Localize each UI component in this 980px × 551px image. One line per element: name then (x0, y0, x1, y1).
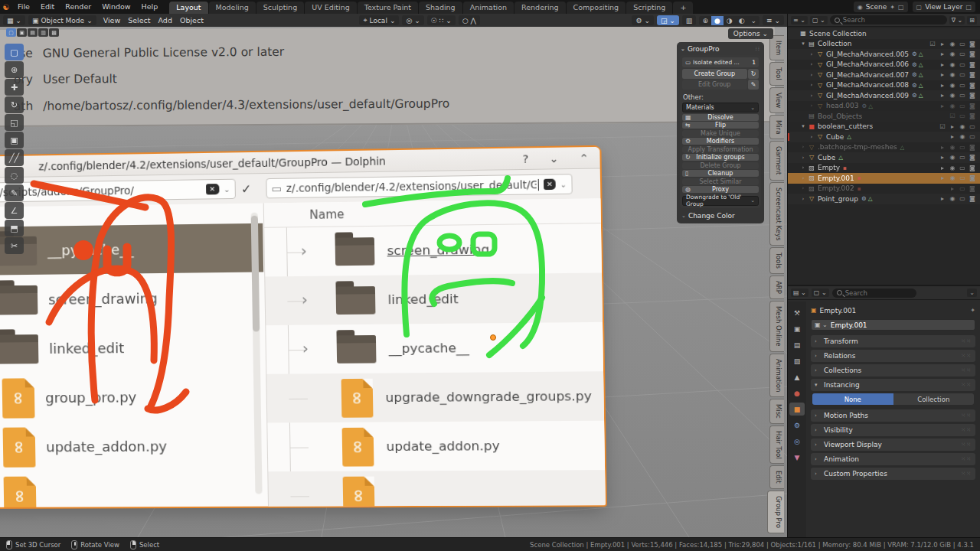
file-row-group_pro.py[interactable]: ∞group_pro.py (0, 372, 266, 422)
expander-icon[interactable]: › (799, 185, 807, 191)
new-view-layer-icon[interactable]: □ (965, 4, 972, 11)
topbar-menu-file[interactable]: File (12, 0, 35, 14)
snap-button[interactable]: ☉ ∷ ⌄ (427, 15, 456, 25)
sidebar-tab-mesh-online[interactable]: Mesh Online (769, 301, 784, 352)
properties-tab-view-layer[interactable]: ▧ (789, 354, 805, 367)
refresh-icon[interactable]: ↻ (748, 69, 759, 79)
viewport-menu-add[interactable]: Add (155, 16, 176, 24)
sidebar-tab-misc[interactable]: Misc (769, 399, 784, 424)
make-unique-button[interactable]: Make Unique (682, 130, 759, 137)
file-row-partial[interactable]: ∞ (268, 470, 605, 507)
maximize-button[interactable]: ⌃ (580, 152, 589, 165)
monitor-toggle-icon[interactable]: ▭ (958, 71, 967, 78)
expander-icon[interactable]: ▾ (799, 41, 807, 47)
outliner-row-boolean-cutters[interactable]: ▾■boolean_cutters☑▸◉▭ (788, 122, 980, 132)
dolphin-right-pane[interactable]: Name ›screen_drawing›linked_edit›__pycac… (263, 198, 606, 506)
modifiers-button[interactable]: ⚙Modifiers (682, 138, 759, 145)
cleanup-button[interactable]: ▯Cleanup (682, 170, 759, 177)
location-dropdown-icon[interactable]: ⌄ (224, 184, 230, 193)
outliner-row-collection[interactable]: ▾▤Collection☑▸◉▭◙ (788, 39, 980, 50)
tool-rotate[interactable]: ↻ (5, 96, 24, 113)
monitor-toggle-icon[interactable]: ▭ (968, 133, 977, 140)
file-row-upgrade_downgrade_groups.py[interactable]: ∞upgrade_downgrade_groups.py (266, 371, 604, 422)
tool-pen[interactable]: ✎ (5, 184, 24, 201)
file-row-update_addon.py[interactable]: ∞update_addon.py (0, 421, 266, 471)
camera-toggle-icon[interactable]: ◙ (968, 112, 977, 119)
eye-toggle-icon[interactable]: ◉ (948, 41, 957, 47)
view-object-types-button[interactable]: ≡ ⌄ (763, 15, 784, 25)
expander-icon[interactable]: › (808, 103, 815, 109)
monitor-toggle-icon[interactable]: ▭ (958, 82, 967, 89)
monitor-toggle-icon[interactable]: ▭ (958, 51, 967, 57)
outliner-row-point-group[interactable]: ›▽Point_group⚙△▸◉▭◙ (788, 194, 980, 204)
sidebar-tab-group-pro[interactable]: Group Pro (767, 491, 784, 533)
camera-toggle-icon[interactable]: ◙ (968, 185, 977, 192)
sidebar-tab-item[interactable]: Item (769, 35, 784, 60)
panel-grip-icon[interactable]: ⁝⁝ (756, 46, 760, 52)
properties-tab-modifiers[interactable]: ⚙ (789, 419, 805, 432)
initialize-groups-button[interactable]: ↻Initialize groups (682, 154, 759, 161)
expander-icon[interactable]: › (808, 61, 815, 67)
monitor-toggle-icon[interactable]: ▭ (958, 154, 967, 161)
monitor-toggle-icon[interactable]: ▭ (958, 112, 967, 119)
pointer-toggle-icon[interactable]: ▸ (938, 165, 947, 171)
expander-icon[interactable]: › (808, 72, 815, 78)
expander-icon[interactable]: › (808, 93, 815, 99)
sidebar-tab-garment[interactable]: Garment (769, 141, 784, 180)
pointer-toggle-icon[interactable]: ▸ (938, 174, 947, 181)
monitor-toggle-icon[interactable]: ▭ (958, 92, 967, 99)
sidebar-tab-view[interactable]: View (769, 87, 784, 113)
transform-orientation-dropdown[interactable]: ⌖ Local ⌄ (359, 15, 399, 25)
camera-toggle-icon[interactable]: ◙ (968, 61, 977, 68)
transform-pivot-button[interactable]: ◎ ⌄ (402, 15, 423, 25)
edit-group-button[interactable]: Edit Group (682, 80, 747, 90)
viewport-menu-select[interactable]: Select (124, 16, 154, 24)
monitor-toggle-icon[interactable]: ▭ (958, 165, 967, 171)
pin-icon[interactable]: ✦ (970, 307, 975, 314)
flip-button[interactable]: ⇆Flip (682, 122, 759, 129)
section-viewport-display[interactable]: ›Viewport Display⁙⁙ (811, 439, 975, 451)
properties-tab-physics[interactable]: ◎ (789, 435, 805, 448)
tool-knife[interactable]: ✂ (5, 237, 24, 254)
eye-toggle-icon[interactable]: ◉ (948, 103, 957, 109)
workspace-tab-layout[interactable]: Layout (169, 2, 207, 14)
expander-icon[interactable]: › (799, 175, 807, 181)
expander-icon[interactable]: › (799, 155, 807, 161)
tool-add-cube[interactable]: ⬒ (5, 220, 24, 236)
monitor-toggle-icon[interactable]: ▭ (958, 174, 967, 181)
checkbox-toggle-icon[interactable]: ☑ (928, 41, 937, 47)
outliner-row-gi-mechaadvanced-008[interactable]: ›▽GI_MechaAdvanced.008⚙△▸◉▭◙ (788, 80, 980, 91)
drag-grip-icon[interactable]: ⁙⁙ (961, 382, 972, 388)
sidebar-tab-mira[interactable]: Mira (769, 115, 784, 139)
pointer-toggle-icon[interactable]: ▸ (938, 103, 947, 109)
file-row-__pycache__[interactable]: __pycache__ (0, 223, 263, 276)
eye-toggle-icon[interactable]: ◉ (948, 51, 957, 57)
outliner-row--batchops-tmp-meshes[interactable]: ›▽.batchops-tmp-meshes△▸◉▭◙ (788, 142, 980, 153)
xray-button[interactable]: ▥ (682, 15, 697, 25)
pointer-toggle-icon[interactable]: ▸ (938, 154, 947, 161)
monitor-toggle-icon[interactable]: ▭ (968, 123, 977, 130)
downgrade-dropdown[interactable]: Downgrade to 'Old' Group⌄ (682, 196, 759, 206)
pointer-toggle-icon[interactable]: ▸ (938, 92, 947, 99)
outliner-row-gi-mechaadvanced-006[interactable]: ›▽GI_MechaAdvanced.006⚙△▸◉▭◙ (788, 60, 980, 70)
shading-dropdown-icon[interactable]: ⌄ (748, 16, 760, 25)
sidebar-tab-animation[interactable]: Animation (769, 354, 784, 397)
pointer-toggle-icon[interactable]: ▸ (938, 144, 947, 151)
file-row-linked_edit[interactable]: linked_edit (0, 322, 265, 373)
expand-arrow-icon[interactable]: › (302, 338, 309, 357)
shading-rendered-button[interactable]: ◐ (736, 16, 748, 25)
shading-wireframe-button[interactable]: ⊕ (699, 16, 711, 25)
file-row-partial[interactable]: ∞ (0, 471, 267, 507)
outliner-row-head-003[interactable]: ›▽head.003⚙△▸◉▭◙ (788, 101, 980, 112)
eye-toggle-icon[interactable]: ◉ (958, 133, 967, 140)
filter-funnel-button[interactable]: ∇ ⌄ (949, 16, 965, 24)
properties-tab-output[interactable]: ▤ (789, 338, 805, 351)
proportional-edit-button[interactable]: ○ ⋀ (459, 15, 480, 25)
camera-toggle-icon[interactable]: ◙ (968, 174, 977, 181)
eye-toggle-icon[interactable]: ◉ (948, 144, 957, 151)
select-similar-button[interactable]: Select Similar (682, 178, 759, 185)
isolate-value[interactable]: 1 (752, 59, 756, 66)
eye-toggle-icon[interactable]: ◉ (948, 71, 957, 78)
pointer-toggle-icon[interactable]: ▸ (948, 123, 957, 130)
workspace-tab-scripting[interactable]: Scripting (626, 2, 672, 14)
